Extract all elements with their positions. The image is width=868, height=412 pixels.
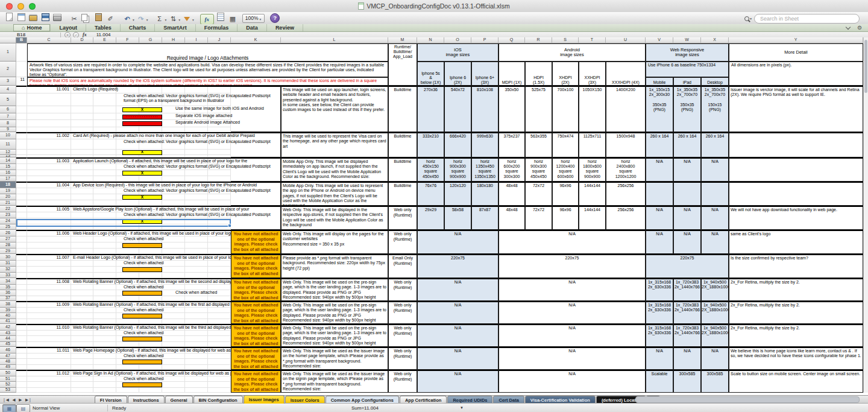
block-id[interactable]: 11.002: [27, 132, 71, 139]
more-detail-cell[interactable]: Is the size confirmed by respective team…: [729, 254, 863, 278]
attachment-checkbox[interactable]: [122, 291, 162, 296]
row-header-31[interactable]: 31: [0, 261, 16, 267]
minimize-window-button[interactable]: [17, 3, 24, 10]
checkbox-cell[interactable]: X: [116, 194, 162, 200]
row-header-28[interactable]: 28: [0, 242, 16, 249]
android-value[interactable]: 350x50: [498, 86, 525, 132]
text-box-icon[interactable]: [215, 12, 226, 22]
row-header-1[interactable]: 1: [0, 43, 16, 62]
android-value[interactable]: 72x72: [525, 182, 552, 206]
warning-cell[interactable]: You have not attached one of the optiona…: [231, 347, 281, 370]
row-header-44[interactable]: 44: [0, 336, 16, 342]
block-title[interactable]: E-mail Header Logo (Optional) - if attac…: [71, 254, 231, 261]
row-header-25[interactable]: 25: [0, 224, 16, 230]
ios-merged-value[interactable]: N/A: [417, 230, 498, 254]
filter-caret-icon[interactable]: ▾: [192, 18, 194, 22]
column-header-I[interactable]: I: [185, 37, 208, 43]
description-cell[interactable]: Please provide as *.png format with tran…: [281, 254, 388, 278]
web-value[interactable]: 1x_315x168 2x_630x336: [646, 278, 673, 301]
ribbon-tab-tables[interactable]: Tables: [86, 24, 121, 31]
column-header-F[interactable]: F: [116, 37, 139, 43]
column-header-K[interactable]: K: [231, 37, 281, 43]
runtime-cell[interactable]: Buildtime: [388, 157, 417, 182]
collapse-ribbon-icon[interactable]: [846, 25, 851, 30]
row-header-46[interactable]: 46: [0, 347, 16, 353]
android-value[interactable]: 256x256: [606, 206, 646, 230]
row-header-3[interactable]: 3: [0, 77, 16, 86]
runtime-cell[interactable]: Email Only (Runtime): [388, 254, 417, 278]
web-value[interactable]: N/A: [673, 206, 701, 230]
attachment-checkbox[interactable]: [122, 337, 162, 341]
check-instruction[interactable]: Check when attached: [116, 331, 231, 336]
android-value[interactable]: 256x256: [606, 182, 646, 206]
ios-value[interactable]: 333x210: [417, 132, 444, 157]
ribbon-tab-data[interactable]: Data: [237, 24, 267, 31]
runtime-cell[interactable]: Buildtime: [388, 132, 417, 157]
column-header-P[interactable]: P: [471, 37, 498, 43]
block-id[interactable]: 11.005: [27, 206, 71, 212]
ios-value[interactable]: 29x29: [417, 206, 444, 230]
block-id[interactable]: 11.010: [27, 324, 71, 331]
autosum-icon[interactable]: Σ: [154, 14, 165, 24]
description-cell[interactable]: Web Only. This image will be used on the…: [281, 324, 388, 347]
column-header-D[interactable]: D: [71, 37, 93, 43]
more-detail-cell[interactable]: 2x_For Retina, multiply the size by 2.: [729, 324, 863, 347]
description-cell[interactable]: This image will be used on app launcher,…: [281, 86, 388, 132]
block-title[interactable]: Card Art (Required) - please attach no m…: [71, 132, 231, 139]
block-title[interactable]: Web Header Logo (Optional) - if attached…: [71, 230, 231, 236]
row-header-38[interactable]: 38: [0, 301, 16, 308]
more-detail-cell[interactable]: We believe this is home page icons like …: [729, 347, 863, 370]
row-header-49[interactable]: 49: [0, 365, 16, 370]
more-detail-cell[interactable]: We will not have app download functional…: [729, 206, 863, 230]
ios-value[interactable]: 76x76: [417, 182, 444, 206]
android-merged-value[interactable]: N/A: [498, 278, 646, 301]
row-header-2[interactable]: 2: [0, 62, 16, 77]
runtime-cell[interactable]: Web only (Runtime): [388, 230, 417, 254]
checkbox-cell[interactable]: [116, 242, 162, 249]
runtime-cell[interactable]: Web only (Runtime): [388, 206, 417, 230]
row-header-43[interactable]: 43: [0, 331, 16, 336]
attachment-checkbox[interactable]: X: [122, 150, 162, 155]
block-id[interactable]: 11.012: [27, 370, 71, 376]
attachment-checkbox[interactable]: [122, 243, 162, 248]
android-value[interactable]: 525x75: [525, 86, 552, 132]
web-value[interactable]: N/A: [673, 157, 701, 182]
checkbox-cell[interactable]: [116, 313, 162, 319]
attachment-checkbox[interactable]: [122, 314, 162, 319]
function-icon[interactable]: fx: [83, 32, 87, 37]
check-instruction[interactable]: Check when attached: [116, 376, 231, 382]
row-header-10[interactable]: 10: [0, 132, 16, 139]
ios-value[interactable]: 666x420: [444, 132, 471, 157]
ios-value[interactable]: 810x108: [471, 86, 498, 132]
empty-k-cell[interactable]: [231, 132, 281, 157]
more-detail-cell[interactable]: 2x_For Retina, multiply the size by 2.: [729, 301, 863, 324]
ribbon-tab-layout[interactable]: Layout: [51, 24, 86, 31]
android-value[interactable]: horiz 1200x400 square 600x600: [552, 157, 579, 182]
vertical-scrollbar-thumb[interactable]: [864, 40, 867, 93]
warning-cell[interactable]: You have not attached one of the optiona…: [231, 301, 281, 324]
warning-cell[interactable]: You have not attached one of the optiona…: [231, 254, 281, 278]
empty-k-cell[interactable]: [231, 157, 281, 182]
description-cell[interactable]: Web Only. This image will be used on the…: [281, 301, 388, 324]
page-layout-view-button[interactable]: ▤: [16, 404, 30, 412]
web-value[interactable]: Scalable: [646, 370, 673, 393]
android-value[interactable]: horiz 600x200 square 300x300: [498, 157, 525, 182]
android-value[interactable]: 1400X200: [606, 86, 646, 132]
block-id[interactable]: 11.004: [27, 182, 71, 188]
checkbox-cell[interactable]: [116, 359, 162, 365]
zoom-control[interactable]: 100%▾: [242, 14, 265, 23]
row-header-5[interactable]: 5: [0, 93, 16, 106]
android-value[interactable]: horiz 2400x800 square 1200x1200: [606, 157, 646, 182]
description-cell[interactable]: Web Only. This image will be used on the…: [281, 278, 388, 301]
row-header-45[interactable]: 45: [0, 342, 16, 347]
paste-icon[interactable]: [93, 12, 104, 22]
column-header-N[interactable]: N: [417, 37, 444, 43]
more-detail-cell[interactable]: [729, 132, 863, 157]
web-value[interactable]: N/A: [673, 230, 701, 254]
row-header-27[interactable]: 27: [0, 236, 16, 242]
row-header-18[interactable]: 18: [0, 182, 16, 188]
web-value[interactable]: N/A: [673, 347, 701, 370]
more-detail-cell[interactable]: Issuer image is verctor image, it will s…: [729, 86, 863, 132]
empty-k-cell[interactable]: [231, 86, 281, 132]
block-id[interactable]: 11.007: [27, 254, 71, 261]
